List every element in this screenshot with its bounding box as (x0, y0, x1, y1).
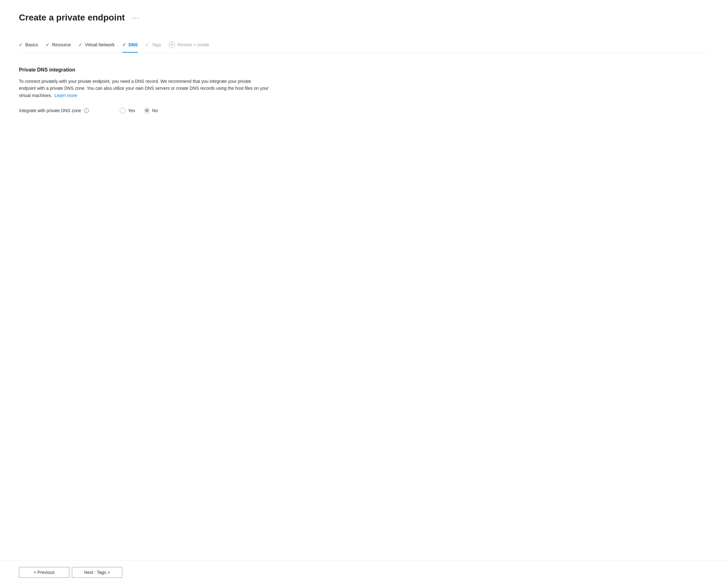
page-container: Create a private endpoint ··· ✓ Basics ✓… (0, 0, 728, 116)
check-tags: ✓ (145, 42, 149, 47)
step-virtual-network-label: Virtual Network (85, 42, 115, 47)
description-text: To connect privately with your private e… (19, 78, 397, 99)
title-row: Create a private endpoint ··· (19, 12, 709, 23)
step-dns-label: DNS (129, 42, 138, 47)
check-resource: ✓ (46, 42, 50, 47)
radio-circle-no[interactable] (144, 108, 150, 113)
form-label-text: Integrate with private DNS zone (19, 108, 81, 113)
step-dns[interactable]: ✓ DNS (122, 38, 146, 52)
step-review-create[interactable]: 6 Review + create (168, 38, 217, 53)
step-tags-label: Tags (152, 42, 161, 47)
description-line3: virtual machines. (19, 93, 52, 98)
check-virtual-network: ✓ (78, 42, 82, 47)
next-button[interactable]: Next : Tags > (72, 567, 122, 578)
radio-label-yes: Yes (128, 108, 135, 113)
more-options-button[interactable]: ··· (130, 13, 142, 23)
radio-group: Yes No (120, 108, 158, 113)
step-review-create-label: Review + create (177, 42, 209, 47)
step-virtual-network[interactable]: ✓ Virtual Network (78, 38, 122, 52)
step-tags[interactable]: ✓ Tags (145, 38, 168, 52)
page-title: Create a private endpoint (19, 12, 125, 23)
step-resource-label: Resource (52, 42, 71, 47)
learn-more-link[interactable]: Learn more (54, 93, 77, 98)
section-title: Private DNS integration (19, 67, 709, 73)
check-basics: ✓ (19, 42, 23, 47)
step-basics[interactable]: ✓ Basics (19, 38, 46, 52)
step-basics-label: Basics (25, 42, 38, 47)
previous-button[interactable]: < Previous (19, 567, 69, 578)
wizard-steps: ✓ Basics ✓ Resource ✓ Virtual Network ✓ … (19, 38, 709, 53)
info-icon[interactable]: i (84, 108, 89, 113)
radio-label-no: No (152, 108, 158, 113)
check-dns: ✓ (122, 42, 126, 47)
step-resource[interactable]: ✓ Resource (46, 38, 78, 52)
bottom-nav: < Previous Next : Tags > (0, 560, 728, 584)
radio-circle-yes[interactable] (120, 108, 125, 113)
form-row: Integrate with private DNS zone i Yes No (19, 108, 709, 113)
form-label-container: Integrate with private DNS zone i (19, 108, 107, 113)
content-area: Private DNS integration To connect priva… (19, 64, 709, 116)
radio-option-yes[interactable]: Yes (120, 108, 135, 113)
description-line1: To connect privately with your private e… (19, 79, 251, 84)
description-line2: endpoint with a private DNS zone. You ca… (19, 86, 268, 91)
step-number-review: 6 (168, 42, 175, 48)
radio-option-no[interactable]: No (144, 108, 158, 113)
